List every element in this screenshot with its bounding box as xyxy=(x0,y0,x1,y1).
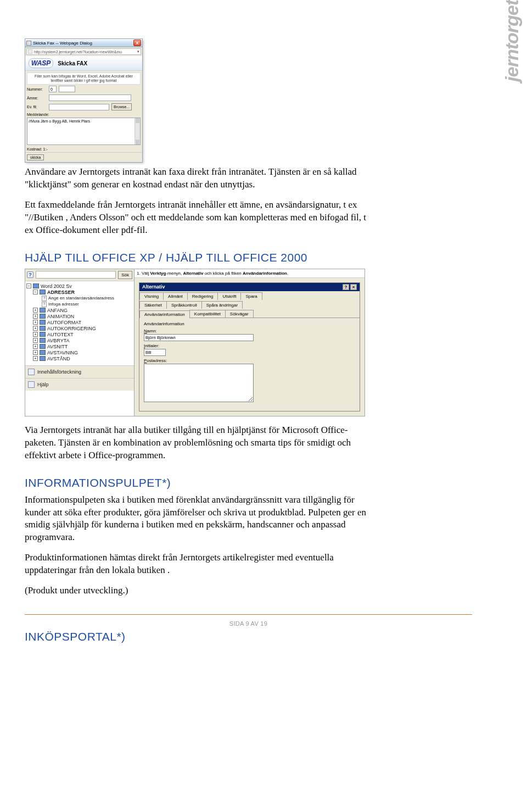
tab-anvandarinfo[interactable]: Användarinformation xyxy=(139,310,190,318)
tab-sprakkontroll[interactable]: Språkkontroll xyxy=(166,301,202,309)
tab-redigering[interactable]: Redigering xyxy=(187,292,218,300)
tab-spara-andringar[interactable]: Spåra ändringar xyxy=(201,301,243,309)
book-icon xyxy=(40,326,46,331)
namn-input[interactable] xyxy=(144,334,254,341)
address-bar[interactable]: http://system2.jerntorget.net/?location=… xyxy=(26,48,141,55)
help-content-pane: 1. Välj Verktyg-menyn, Alternativ och kl… xyxy=(134,269,365,416)
alternativ-dialog: Alternativ ? × Visning Allmänt Redigerin… xyxy=(139,282,360,411)
label-postadress: Postadress: xyxy=(144,358,355,363)
expand-icon[interactable]: + xyxy=(33,344,38,349)
tab-visning[interactable]: Visning xyxy=(139,292,164,300)
collapse-icon[interactable]: − xyxy=(33,290,38,294)
book-icon xyxy=(40,350,46,355)
fax-paragraph-2: Ett faxmeddelande från Jerntorgets intra… xyxy=(25,199,376,237)
dialog-form: Användarinformation NNamn:amn: Initialer… xyxy=(139,318,360,411)
kostnad-label: Kostnad: 1:- xyxy=(25,145,142,152)
collapse-icon[interactable]: − xyxy=(26,283,31,288)
nummer-prefix-input[interactable] xyxy=(49,86,57,92)
book-icon xyxy=(40,320,46,325)
help-icon xyxy=(28,381,35,388)
page-icon xyxy=(42,296,47,301)
label-meddelande: Meddelande: xyxy=(27,113,49,116)
tree-adresser[interactable]: − ADRESSER xyxy=(33,290,133,295)
browse-button[interactable]: Browse... xyxy=(111,103,132,110)
expand-icon[interactable]: + xyxy=(33,350,38,355)
fax-banner: WASP Skicka FAX xyxy=(25,56,142,71)
toc-icon xyxy=(28,369,35,375)
initialer-input[interactable] xyxy=(144,349,166,356)
fax-window-title: Skicka Fax -- Webpage Dialog xyxy=(33,41,133,46)
tree-child-1[interactable]: Ange en standardavsändaradress xyxy=(42,296,133,301)
help-tree: − Word 2002 Sv − ADRESSER Ange en standa… xyxy=(25,281,134,365)
url-favicon xyxy=(28,49,32,54)
row-amne: Ämne: xyxy=(25,93,142,102)
expand-icon[interactable]: + xyxy=(33,326,38,331)
toc-row[interactable]: Innehållsförteckning xyxy=(25,366,134,378)
heading-office: HJÄLP TILL OFFICE XP / HJÄLP TILL OFFICE… xyxy=(25,251,376,264)
window-favicon xyxy=(26,41,31,46)
fax-paragraph-1: Användare av Jerntorgets intranät kan fa… xyxy=(25,166,376,191)
help-row[interactable]: Hjälp xyxy=(25,379,134,391)
expand-icon[interactable]: + xyxy=(33,338,38,343)
book-icon xyxy=(33,283,39,288)
dialog-tabs: Visning Allmänt Redigering Utskrift Spar… xyxy=(139,291,360,318)
tab-sakerhet[interactable]: Säkerhet xyxy=(139,301,167,309)
fax-titlebar: Skicka Fax -- Webpage Dialog X xyxy=(25,39,142,47)
office-help-screenshot: ? Sök − Word 2002 Sv − ADRESSER A xyxy=(25,269,365,416)
label-namn: NNamn:amn: xyxy=(144,329,355,333)
tree-item[interactable]: +ANIMATION xyxy=(33,314,133,319)
tab-kompatibilitet[interactable]: Kompatibilitet xyxy=(189,310,226,318)
tab-spara[interactable]: Spara xyxy=(240,292,262,300)
page-icon xyxy=(42,302,47,307)
chevron-down-icon[interactable]: ▾ xyxy=(137,49,139,54)
book-icon xyxy=(40,356,46,361)
scrollbar[interactable] xyxy=(134,118,140,144)
search-button[interactable]: Sök xyxy=(118,271,132,279)
book-icon xyxy=(40,308,46,313)
question-icon: ? xyxy=(27,271,33,278)
row-fil: Ev. fil: Browse... xyxy=(25,102,142,112)
amne-input[interactable] xyxy=(49,94,131,101)
book-icon xyxy=(40,332,46,337)
pulpet-p2: Produktinformationen hämtas direkt från … xyxy=(25,552,376,577)
skicka-button[interactable]: skicka xyxy=(27,154,44,160)
expand-icon[interactable]: + xyxy=(33,332,38,337)
help-search-input[interactable] xyxy=(36,271,116,279)
dialog-titlebar: Alternativ ? × xyxy=(139,283,360,291)
book-icon xyxy=(40,338,46,343)
expand-icon[interactable]: + xyxy=(33,314,38,319)
label-nummer: Nummer: xyxy=(27,87,47,91)
close-icon[interactable]: × xyxy=(350,284,357,290)
nummer-input[interactable] xyxy=(59,86,75,92)
tree-root-word[interactable]: − Word 2002 Sv xyxy=(26,283,133,289)
tree-item[interactable]: +AVSTAVNING xyxy=(33,350,133,355)
tree-item[interactable]: +AVBRYTA xyxy=(33,338,133,343)
book-open-icon xyxy=(40,290,46,294)
close-icon[interactable]: X xyxy=(133,40,141,46)
tree-item[interactable]: +AUTOFORMAT xyxy=(33,320,133,325)
help-icon[interactable]: ? xyxy=(343,284,349,290)
expand-icon[interactable]: + xyxy=(33,320,38,325)
tab-sokvagar[interactable]: Sökvägar xyxy=(225,310,254,318)
tree-item[interactable]: +AUTOKORRIGERING xyxy=(33,326,133,331)
tree-item[interactable]: +AUTOTEXT xyxy=(33,332,133,337)
tree-item[interactable]: +AVSNITT xyxy=(33,344,133,349)
tree-item[interactable]: +AVSTÅND xyxy=(33,356,133,361)
label-amne: Ämne: xyxy=(27,96,47,100)
expand-icon[interactable]: + xyxy=(33,308,38,313)
row-nummer: Nummer: xyxy=(25,85,142,93)
help-instruction: 1. Välj Verktyg-menyn, Alternativ och kl… xyxy=(134,269,365,278)
page-footer: SIDA 9 AV 19 xyxy=(25,614,472,627)
fil-input[interactable] xyxy=(49,104,109,110)
tree-child-2[interactable]: Infoga adresser xyxy=(42,302,133,307)
meddelande-textarea[interactable]: //Mora Järn o Bygg AB, Henrik Plars xyxy=(27,118,141,145)
heading-inkop: INKÖPSPORTAL*) xyxy=(25,630,376,643)
tab-allmant[interactable]: Allmänt xyxy=(163,292,188,300)
section-heading: Användarinformation xyxy=(144,321,355,326)
book-icon xyxy=(40,314,46,319)
postadress-textarea[interactable] xyxy=(144,364,254,402)
pulpet-p3: (Produkt under utveckling.) xyxy=(25,585,376,597)
expand-icon[interactable]: + xyxy=(33,356,38,361)
tree-item[interactable]: +ANFANG xyxy=(33,308,133,313)
tab-utskrift[interactable]: Utskrift xyxy=(217,292,241,300)
